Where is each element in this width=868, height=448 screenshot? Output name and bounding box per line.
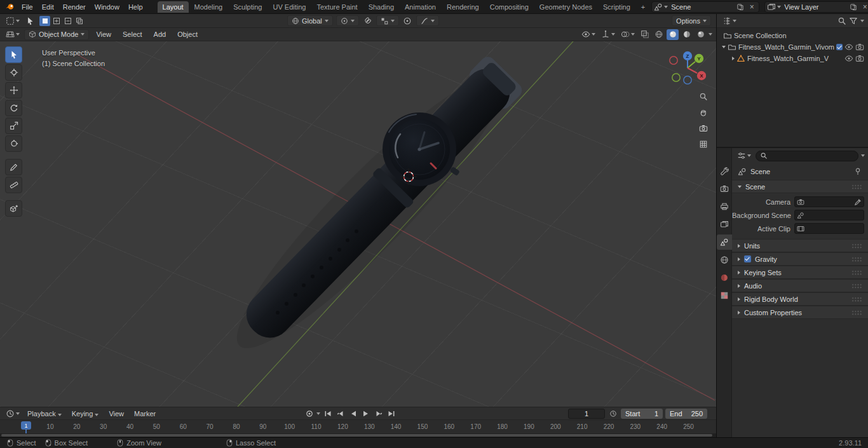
chevron-down-icon[interactable] [316, 412, 320, 415]
show-hide-dropdown[interactable] [580, 30, 597, 39]
shading-options-chevron-icon[interactable] [709, 33, 712, 36]
tab-world[interactable] [717, 252, 732, 268]
panel-header-custom-properties[interactable]: Custom Properties [732, 306, 868, 319]
background-scene-field[interactable] [794, 210, 864, 221]
select-mode-subtract-button[interactable] [62, 16, 73, 26]
timeline-editor-dropdown[interactable] [4, 409, 22, 418]
viewport-menu-select[interactable]: Select [118, 29, 147, 39]
camera-view-button[interactable] [696, 121, 710, 135]
menu-render[interactable]: Render [58, 1, 90, 13]
current-frame-field[interactable]: 1 [568, 409, 605, 419]
menu-window[interactable]: Window [90, 1, 124, 13]
tool-rotate-button[interactable] [5, 100, 22, 116]
overlays-dropdown[interactable] [619, 30, 637, 39]
previous-keyframe-button[interactable] [335, 409, 346, 419]
outliner-editor-dropdown[interactable] [721, 17, 738, 25]
panel-header-keying-sets[interactable]: Keying Sets [732, 266, 868, 279]
watch-model[interactable] [213, 51, 527, 371]
tool-measure-button[interactable] [5, 177, 22, 193]
use-preview-range-button[interactable] [607, 409, 618, 419]
add-workspace-button[interactable]: + [636, 1, 650, 13]
workspace-tab-compositing[interactable]: Compositing [485, 1, 534, 13]
tab-scene[interactable] [717, 234, 732, 250]
proportional-falloff-dropdown[interactable] [416, 15, 439, 26]
scene-name[interactable]: Scene [669, 3, 734, 11]
panel-header-units[interactable]: Units [732, 239, 868, 252]
workspace-tab-sculpting[interactable]: Sculpting [228, 1, 267, 13]
toggle-ortho-button[interactable] [696, 137, 710, 151]
outliner-row-object[interactable]: Fitness_Watch_Garmin_V [717, 53, 868, 64]
shading-solid-button[interactable] [667, 29, 679, 40]
navigation-gizmo[interactable]: Z Y X [669, 50, 706, 86]
panel-header-rigid-body-world[interactable]: Rigid Body World [732, 292, 868, 306]
tool-move-button[interactable] [5, 82, 22, 98]
new-view-layer-button[interactable] [848, 2, 858, 12]
select-mode-extend-button[interactable] [51, 16, 62, 26]
viewport-3d[interactable]: User Perspective (1) Scene Collection [0, 41, 716, 407]
next-keyframe-button[interactable] [373, 409, 384, 419]
jump-to-end-button[interactable] [386, 409, 397, 419]
play-button[interactable] [360, 409, 371, 419]
outliner-search-icon[interactable] [837, 17, 846, 25]
panel-header-gravity[interactable]: Gravity [732, 252, 868, 266]
viewport-menu-add[interactable]: Add [149, 29, 171, 39]
shading-wireframe-button[interactable] [653, 29, 665, 40]
gravity-checkbox[interactable] [744, 255, 751, 262]
tool-cursor-button[interactable] [5, 64, 22, 81]
new-scene-button[interactable] [735, 2, 745, 12]
tab-texture[interactable] [717, 288, 732, 303]
editor-type-dropdown[interactable] [4, 30, 22, 39]
remove-view-layer-button[interactable]: × [860, 2, 868, 12]
outliner-row-scene-collection[interactable]: Scene Collection [717, 30, 868, 41]
tool-select-box-button[interactable] [5, 46, 22, 63]
expand-collection-icon[interactable] [722, 46, 726, 48]
options-dropdown[interactable]: Options [672, 15, 711, 26]
menu-help[interactable]: Help [124, 1, 147, 13]
tab-material[interactable] [717, 270, 732, 285]
workspace-tab-texture-paint[interactable]: Texture Paint [311, 1, 362, 13]
menu-edit[interactable]: Edit [37, 1, 58, 13]
unlink-scene-button[interactable]: × [747, 2, 757, 12]
tab-render[interactable] [717, 181, 732, 196]
blender-logo-icon[interactable] [5, 2, 15, 11]
panel-header-scene[interactable]: Scene [732, 180, 868, 193]
workspace-tab-animation[interactable]: Animation [400, 1, 441, 13]
timeline-scrollbar-thumb[interactable] [1, 434, 712, 437]
outliner-filter-icon[interactable] [849, 17, 858, 25]
timeline-menu-view[interactable]: View [104, 409, 128, 419]
proportional-edit-toggle[interactable] [402, 16, 413, 26]
timeline-menu-marker[interactable]: Marker [130, 409, 160, 419]
playhead[interactable]: 1 [21, 421, 31, 430]
properties-options-chevron-icon[interactable] [861, 154, 865, 157]
play-reverse-button[interactable] [348, 409, 358, 419]
gizmos-dropdown[interactable] [599, 30, 617, 39]
tab-view-layer[interactable] [717, 217, 732, 232]
auto-keying-button[interactable] [304, 409, 315, 419]
viewport-menu-view[interactable]: View [92, 29, 116, 39]
disable-in-renders-icon[interactable] [855, 43, 864, 51]
workspace-tab-shading[interactable]: Shading [363, 1, 399, 13]
toggle-xray-button[interactable] [639, 29, 651, 40]
transform-orientation-dropdown[interactable]: Global [287, 15, 333, 26]
tool-add-cube-button[interactable] [5, 200, 22, 217]
active-clip-field[interactable] [794, 223, 864, 234]
panel-header-audio[interactable]: Audio [732, 279, 868, 292]
tool-scale-button[interactable] [5, 118, 22, 134]
collection-checkbox[interactable] [836, 44, 843, 50]
workspace-tab-rendering[interactable]: Rendering [442, 1, 484, 13]
pan-view-button[interactable] [696, 105, 710, 119]
timeline-scrollbar[interactable] [0, 433, 716, 437]
menu-file[interactable]: File [17, 1, 37, 13]
select-mode-intersect-button[interactable] [74, 16, 85, 26]
view-layer-selector[interactable]: View Layer × [764, 1, 868, 13]
eyedropper-icon[interactable] [854, 198, 862, 206]
tool-annotate-button[interactable] [5, 159, 22, 175]
pivot-point-dropdown[interactable] [336, 15, 359, 26]
tab-output[interactable] [717, 199, 732, 214]
outliner-row-collection[interactable]: Fitness_Watch_Garmin_Vivom [717, 41, 868, 53]
tab-tool[interactable] [717, 163, 732, 179]
workspace-tab-uv-editing[interactable]: UV Editing [268, 1, 311, 13]
snap-settings-dropdown[interactable] [376, 15, 399, 26]
workspace-tab-geometry-nodes[interactable]: Geometry Nodes [534, 1, 597, 13]
timeline-menu-keying[interactable]: Keying [67, 409, 104, 419]
